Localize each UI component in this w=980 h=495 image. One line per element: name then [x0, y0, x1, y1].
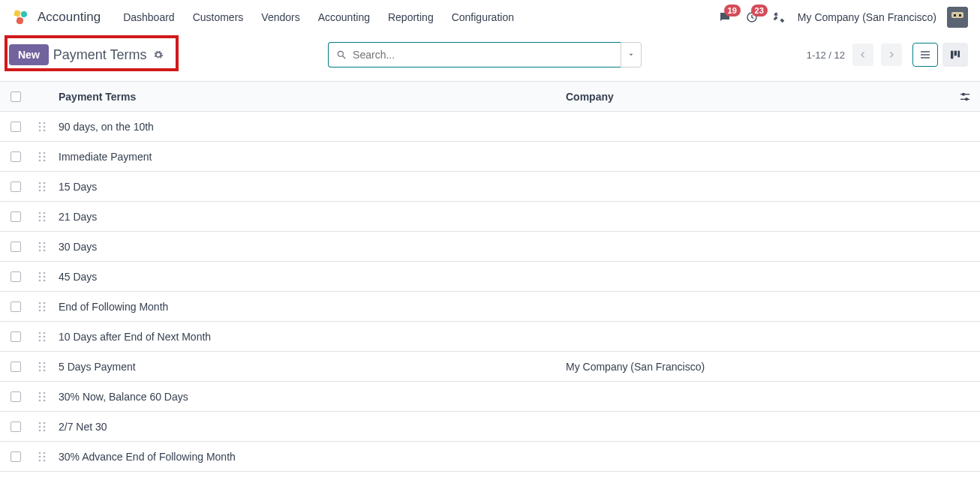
new-button[interactable]: New	[9, 44, 49, 65]
checkbox-icon[interactable]	[11, 302, 21, 312]
row-checkbox[interactable]	[0, 212, 32, 222]
cell-payment-terms: 45 Days	[53, 271, 560, 283]
drag-handle-icon[interactable]	[32, 422, 53, 432]
checkbox-icon[interactable]	[11, 332, 21, 342]
table-row[interactable]: 30 Days	[0, 232, 980, 262]
table-row[interactable]: 5 Days PaymentMy Company (San Francisco)	[0, 352, 980, 382]
nav-link-customers[interactable]: Customers	[184, 8, 253, 26]
drag-handle-icon[interactable]	[32, 362, 53, 372]
checkbox-icon[interactable]	[11, 422, 21, 432]
row-checkbox[interactable]	[0, 152, 32, 162]
drag-handle-icon[interactable]	[32, 452, 53, 462]
drag-handle-icon[interactable]	[32, 242, 53, 252]
row-checkbox[interactable]	[0, 242, 32, 252]
row-checkbox[interactable]	[0, 362, 32, 372]
drag-handle-icon[interactable]	[32, 272, 53, 282]
company-switcher[interactable]: My Company (San Francisco)	[798, 11, 936, 23]
breadcrumb: Payment Terms	[53, 47, 164, 63]
drag-handle-icon[interactable]	[32, 392, 53, 402]
checkbox-icon[interactable]	[11, 92, 21, 102]
activities-icon[interactable]: 23	[744, 9, 760, 26]
svg-point-36	[39, 189, 41, 191]
svg-point-31	[44, 159, 46, 161]
svg-rect-2	[16, 16, 23, 24]
nav-link-vendors[interactable]: Vendors	[252, 8, 308, 26]
checkbox-icon[interactable]	[11, 152, 21, 162]
cell-payment-terms: Immediate Payment	[53, 151, 560, 163]
drag-handle-icon[interactable]	[32, 302, 53, 312]
drag-handle-icon[interactable]	[32, 122, 53, 132]
row-checkbox[interactable]	[0, 122, 32, 132]
table-row[interactable]: 15 Days	[0, 172, 980, 202]
nav-link-dashboard[interactable]: Dashboard	[114, 8, 184, 26]
user-avatar[interactable]	[947, 7, 968, 28]
svg-point-39	[44, 212, 46, 214]
messages-icon[interactable]: 19	[717, 9, 733, 26]
header-select-all[interactable]	[0, 92, 32, 102]
checkbox-icon[interactable]	[11, 212, 21, 222]
svg-line-9	[343, 56, 346, 59]
svg-point-63	[44, 332, 46, 334]
row-checkbox[interactable]	[0, 272, 32, 282]
checkbox-icon[interactable]	[11, 452, 21, 462]
table-row[interactable]: End of Following Month	[0, 292, 980, 322]
header-company[interactable]: Company	[560, 91, 950, 103]
header-optional-columns[interactable]	[950, 91, 980, 103]
pager-next[interactable]	[881, 44, 902, 66]
checkbox-icon[interactable]	[11, 272, 21, 282]
header-payment-terms[interactable]: Payment Terms	[53, 91, 560, 103]
checkbox-icon[interactable]	[11, 122, 21, 132]
view-list-button[interactable]	[912, 43, 938, 67]
svg-rect-5	[951, 12, 963, 18]
search-box[interactable]	[328, 42, 621, 68]
svg-point-61	[44, 309, 46, 311]
row-checkbox[interactable]	[0, 392, 32, 402]
pager-prev[interactable]	[852, 44, 873, 66]
row-checkbox[interactable]	[0, 302, 32, 312]
nav-link-accounting[interactable]: Accounting	[309, 8, 379, 26]
row-checkbox[interactable]	[0, 452, 32, 462]
checkbox-icon[interactable]	[11, 392, 21, 402]
row-checkbox[interactable]	[0, 182, 32, 192]
table-row[interactable]: 90 days, on the 10th	[0, 112, 980, 142]
checkbox-icon[interactable]	[11, 242, 21, 252]
nav-links: Dashboard Customers Vendors Accounting R…	[114, 8, 523, 26]
svg-point-43	[44, 219, 46, 221]
svg-point-91	[44, 459, 46, 461]
row-checkbox[interactable]	[0, 332, 32, 342]
debug-icon[interactable]	[771, 9, 787, 26]
drag-handle-icon[interactable]	[32, 182, 53, 192]
cell-payment-terms: 90 days, on the 10th	[53, 121, 560, 133]
svg-point-24	[39, 129, 41, 131]
table-row[interactable]: 21 Days	[0, 202, 980, 232]
svg-point-82	[39, 425, 41, 428]
brand[interactable]: Accounting	[12, 8, 101, 26]
table-row[interactable]: 30% Now, Balance 60 Days	[0, 382, 980, 412]
search-icon	[336, 50, 347, 60]
drag-handle-icon[interactable]	[32, 152, 53, 162]
svg-point-46	[39, 245, 41, 248]
nav-link-configuration[interactable]: Configuration	[443, 8, 523, 26]
cell-payment-terms: 15 Days	[53, 181, 560, 193]
svg-rect-15	[957, 51, 960, 58]
search-options-button[interactable]	[621, 42, 642, 68]
table-row[interactable]: 10 Days after End of Next Month	[0, 322, 980, 352]
gear-icon[interactable]	[153, 50, 164, 60]
checkbox-icon[interactable]	[11, 362, 21, 372]
checkbox-icon[interactable]	[11, 182, 21, 192]
svg-point-90	[39, 459, 41, 461]
svg-point-80	[39, 422, 41, 424]
table-row[interactable]: 45 Days	[0, 262, 980, 292]
svg-point-35	[44, 185, 46, 188]
row-checkbox[interactable]	[0, 422, 32, 432]
table-row[interactable]: 30% Advance End of Following Month	[0, 442, 980, 472]
table-row[interactable]: 2/7 Net 30	[0, 412, 980, 442]
view-kanban-button[interactable]	[942, 43, 968, 67]
drag-handle-icon[interactable]	[32, 332, 53, 342]
cell-payment-terms: 30% Advance End of Following Month	[53, 451, 560, 463]
nav-link-reporting[interactable]: Reporting	[379, 8, 443, 26]
svg-point-73	[44, 369, 46, 371]
drag-handle-icon[interactable]	[32, 212, 53, 222]
search-input[interactable]	[347, 48, 613, 62]
table-row[interactable]: Immediate Payment	[0, 142, 980, 172]
